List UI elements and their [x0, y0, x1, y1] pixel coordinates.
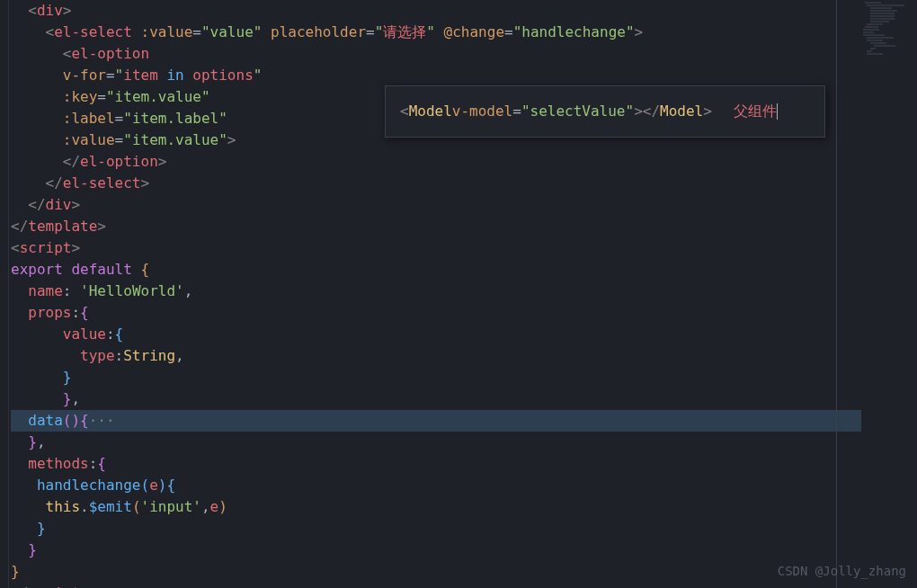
- code-line: </script>: [11, 583, 861, 588]
- code-line: <el-select :value="value" placeholder="请…: [11, 22, 861, 43]
- code-line: </div>: [11, 194, 861, 216]
- cursor-icon: [777, 103, 778, 120]
- code-line: name: 'HelloWorld',: [11, 281, 861, 302]
- code-line: methods:{: [11, 453, 861, 475]
- code-line: value:{: [11, 324, 861, 345]
- code-line: },: [11, 388, 861, 410]
- code-line: </el-select>: [11, 173, 861, 194]
- code-line: }: [11, 539, 861, 561]
- code-line: }: [11, 367, 861, 388]
- minimap-content: [863, 2, 917, 56]
- code-line: type:String,: [11, 345, 861, 367]
- gutter: [0, 0, 9, 588]
- code-line: export default {: [11, 259, 861, 281]
- code-line: <script>: [11, 237, 861, 259]
- minimap[interactable]: [863, 0, 917, 588]
- watermark: CSDN @Jolly_zhang: [778, 562, 906, 581]
- code-line: <div>: [11, 0, 861, 22]
- overlay-snippet: <Model v-model="selectValue"></Model>父组件: [385, 85, 825, 138]
- code-line: }: [11, 518, 861, 539]
- code-line: </el-option>: [11, 151, 861, 173]
- code-line: <el-option: [11, 43, 861, 65]
- code-line: v-for="item in options": [11, 65, 861, 86]
- ruler: [836, 0, 837, 588]
- code-line: }: [11, 561, 861, 583]
- code-line: props:{: [11, 302, 861, 324]
- code-area[interactable]: <div> <el-select :value="value" placehol…: [9, 0, 863, 588]
- code-line: },: [11, 432, 861, 453]
- editor-container: <div> <el-select :value="value" placehol…: [0, 0, 917, 588]
- code-line: </template>: [11, 216, 861, 237]
- code-line: this.$emit('input',e): [11, 496, 861, 518]
- code-line-highlighted: data(){···: [11, 410, 861, 432]
- code-line: handlechange(e){: [11, 475, 861, 496]
